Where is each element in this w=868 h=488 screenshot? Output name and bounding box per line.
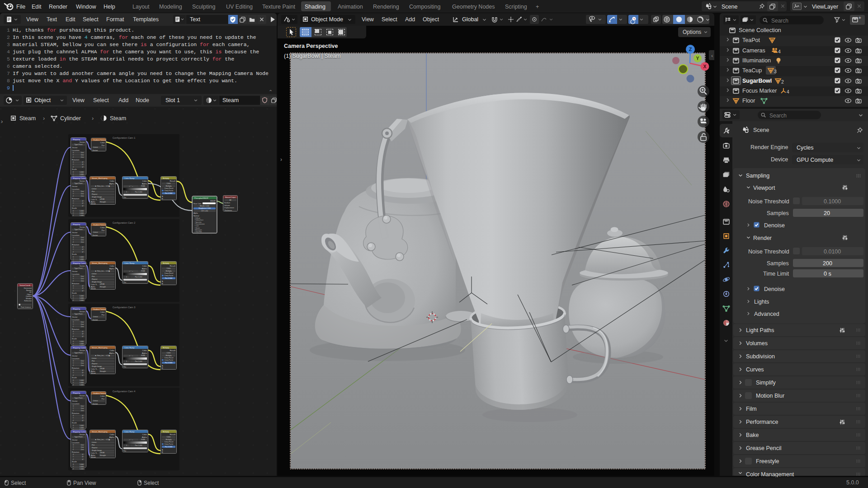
svg-text:Normal: Normal [193, 215, 199, 217]
svg-text:Straight: Straight [100, 371, 106, 372]
svg-text:0 m: 0 m [81, 408, 84, 409]
svg-text:0 m: 0 m [81, 156, 84, 158]
svg-text:Gradient Texture: Gradient Texture [93, 224, 106, 226]
svg-text:1: 1 [126, 191, 127, 193]
svg-text:Location: Location [72, 234, 80, 236]
svg-text:0°: 0° [82, 370, 84, 371]
svg-text:Clamp Result: Clamp Result [164, 272, 173, 274]
svg-text:0°: 0° [82, 372, 84, 374]
svg-text:0 m: 0 m [81, 195, 84, 197]
svg-text:0 m: 0 m [81, 193, 84, 195]
svg-text:Vector: Vector [91, 372, 96, 374]
svg-text:0°: 0° [82, 287, 84, 289]
svg-text:+ − ⌄: + − ⌄ [129, 439, 133, 441]
svg-text:Vector: Vector [80, 265, 85, 267]
svg-text:Metallic 0.000: Metallic 0.000 [200, 205, 209, 207]
svg-text:0 m: 0 m [81, 237, 84, 239]
svg-text:Color: Color [142, 433, 147, 436]
svg-text:Vector: Vector [92, 403, 98, 405]
svg-text:Color: Color [100, 141, 105, 144]
svg-text:Fac: Fac [123, 450, 126, 452]
svg-text:1.000: 1.000 [80, 215, 84, 216]
svg-text:Alpha: Alpha [142, 352, 147, 354]
svg-text:Color: Color [166, 436, 171, 438]
svg-text:Vector: Vector [80, 433, 85, 436]
svg-text:Rotation: Rotation [72, 451, 80, 453]
svg-text:Scale: Scale [72, 460, 77, 463]
svg-text:Color Ramp: Color Ramp [124, 177, 135, 179]
svg-text:1.000: 1.000 [80, 343, 84, 345]
svg-text:1.000: 1.000 [80, 300, 84, 301]
svg-text:Color: Color [142, 180, 147, 182]
svg-text:Color: Color [166, 183, 171, 184]
svg-text:Steam_Mockuping: Steam_Mockuping [92, 431, 108, 433]
svg-text:■· Stea_tex… ×□□▣: ■· Stea_tex… ×□□▣ [95, 355, 110, 357]
svg-text:+ − ⌄: + − ⌄ [129, 355, 133, 357]
svg-text:Result: Result [170, 180, 176, 182]
svg-text:Color: Color [110, 433, 115, 436]
svg-text:0°: 0° [82, 251, 84, 253]
svg-text:Type Point: Type Point [75, 436, 83, 438]
svg-text:Color: Color [110, 180, 115, 182]
svg-text:Vector: Vector [80, 349, 85, 352]
svg-text:Single Image: Single Image [92, 281, 102, 283]
svg-text:sRGB: sRGB [100, 368, 105, 370]
svg-text:Color: Color [142, 265, 147, 267]
svg-text:■· Stea_tex… ×□□▣: ■· Stea_tex… ×□□▣ [95, 270, 110, 272]
svg-text:0°: 0° [82, 331, 84, 333]
svg-text:Rotation: Rotation [72, 197, 80, 200]
svg-text:Straight: Straight [100, 455, 106, 456]
svg-text:RGB: RGB [142, 270, 145, 272]
svg-text:0 m: 0 m [81, 365, 84, 366]
svg-text:Color: Color [142, 349, 147, 352]
svg-text:1.000: 1.000 [80, 258, 84, 260]
svg-text:Configuration Cam 2: Configuration Cam 2 [113, 221, 135, 224]
svg-text:Color: Color [110, 265, 115, 267]
svg-text:Alpha: Alpha [142, 267, 147, 270]
svg-text:Fac 0.500: Fac 0.500 [165, 446, 172, 448]
svg-text:Location: Location [72, 273, 80, 275]
svg-text:Alpha: Alpha [109, 436, 115, 438]
svg-text:Vector: Vector [92, 234, 98, 236]
svg-text:Flat: Flat [92, 360, 95, 362]
svg-text:Color S…: Color S… [91, 368, 99, 370]
svg-text:Fac 0.500: Fac 0.500 [165, 362, 172, 364]
svg-text:Color: Color [166, 352, 171, 354]
svg-text:Thickness: Thickness [224, 210, 232, 211]
svg-text:Gradient Texture: Gradient Texture [93, 139, 106, 141]
svg-text:Clamp Factor: Clamp Factor [164, 275, 174, 277]
svg-text:Color S…: Color S… [91, 199, 99, 201]
svg-text:1.000: 1.000 [80, 256, 84, 258]
svg-text:Flat: Flat [92, 191, 95, 192]
svg-text:Fac: Fac [102, 144, 105, 146]
svg-text:1.000: 1.000 [80, 464, 84, 465]
svg-text:Fac: Fac [123, 366, 126, 368]
svg-text:1.000: 1.000 [80, 341, 84, 343]
svg-text:Repeat: Repeat [92, 278, 98, 280]
svg-text:Color S…: Color S… [91, 284, 99, 286]
svg-text:Window: Window [26, 298, 32, 300]
svg-text:Location: Location [72, 149, 80, 151]
svg-text:0°: 0° [82, 166, 84, 168]
svg-text:sRGB: sRGB [100, 198, 105, 200]
svg-text:Flat: Flat [92, 444, 95, 446]
svg-text:Single Image: Single Image [92, 450, 102, 451]
svg-text:0 m: 0 m [81, 152, 84, 154]
svg-text:Mapping Came…: Mapping Came… [73, 177, 88, 179]
svg-text:0°: 0° [82, 161, 84, 163]
svg-text:Mapping Came…: Mapping Came… [73, 262, 88, 264]
svg-text:Multiply: Multiply [166, 185, 172, 187]
svg-text:Linear: Linear [93, 316, 98, 318]
svg-text:0 m: 0 m [81, 405, 84, 407]
svg-text:Vector: Vector [72, 146, 78, 149]
svg-text:0 m: 0 m [81, 191, 84, 192]
svg-text:Color Ramp: Color Ramp [124, 347, 135, 349]
svg-text:Rotation: Rotation [72, 367, 80, 369]
svg-text:Object: Object [27, 294, 32, 296]
svg-text:Material Output: Material Output [225, 197, 236, 198]
svg-text:Mapping: Mapping [73, 392, 80, 394]
svg-text:› Thin Film: › Thin Film [194, 231, 202, 233]
svg-text:Type Point: Type Point [75, 229, 83, 230]
svg-text:0°: 0° [82, 200, 84, 202]
svg-text:Base Color: Base Color [193, 203, 202, 205]
